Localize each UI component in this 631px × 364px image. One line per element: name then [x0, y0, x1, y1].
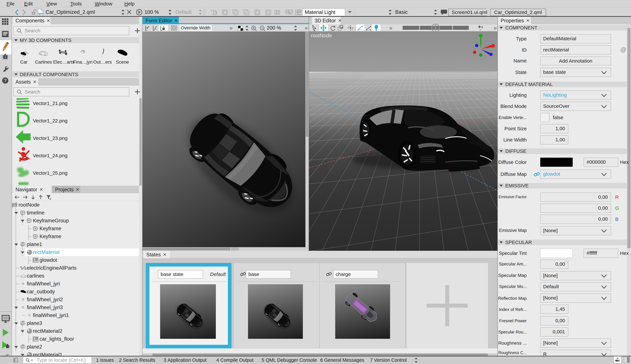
svg-text:A: A: [154, 27, 156, 30]
svg-text:qml: qml: [38, 12, 43, 15]
svg-text:?: ?: [4, 78, 7, 83]
